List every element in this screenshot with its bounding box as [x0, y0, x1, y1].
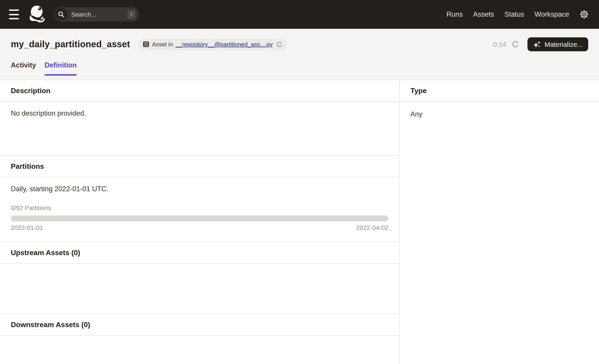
reload-location-icon[interactable]	[276, 41, 282, 47]
asset-chip-prefix: Asset in	[152, 41, 173, 48]
downstream-heading-label: Downstream Assets (0)	[11, 321, 90, 329]
type-value: Any	[410, 110, 588, 118]
nav-link-status[interactable]: Status	[504, 10, 524, 18]
description-section-heading: Description	[0, 80, 399, 102]
upstream-assets-body	[0, 264, 399, 314]
top-navbar: Search... / Runs Assets Status Workspace	[0, 0, 599, 29]
tab-activity[interactable]: Activity	[11, 61, 36, 76]
search-placeholder: Search...	[71, 11, 96, 18]
search-shortcut-badge: /	[127, 10, 135, 19]
partition-range-end: 2022-04-02	[356, 224, 388, 231]
repository-icon	[143, 41, 150, 48]
partition-range-row: 2022-01-01 2022-04-02	[11, 224, 388, 231]
hamburger-menu-button[interactable]	[9, 9, 21, 19]
tab-bar: Activity Definition	[11, 60, 588, 76]
type-section-heading: Type	[400, 80, 599, 102]
settings-gear-icon[interactable]	[579, 9, 589, 19]
upstream-heading-label: Upstream Assets (0)	[11, 249, 80, 257]
type-heading-label: Type	[410, 87, 427, 95]
description-section-body: No description provided.	[0, 102, 399, 156]
refresh-icon[interactable]	[512, 41, 519, 48]
description-heading-label: Description	[11, 87, 50, 95]
materialize-button-label: Materialize...	[545, 41, 583, 48]
page-header-title-row: my_daily_partitioned_asset Asset in	[11, 29, 588, 60]
page-header: my_daily_partitioned_asset Asset in	[0, 29, 599, 80]
nav-link-assets[interactable]: Assets	[473, 10, 494, 18]
partition-range-start: 2022-01-01	[11, 224, 43, 231]
type-side-column: Type Any	[400, 80, 599, 364]
materialize-button[interactable]: Materialize...	[528, 37, 588, 51]
upstream-assets-heading: Upstream Assets (0)	[0, 242, 399, 264]
partitions-section-body: Daily, starting 2022-01-01 UTC. 0/92 Par…	[0, 177, 399, 242]
asset-location-chip[interactable]: Asset in __repository__@partitioned_ass.…	[139, 38, 286, 50]
downstream-assets-body	[0, 336, 399, 364]
downstream-assets-heading: Downstream Assets (0)	[0, 314, 399, 336]
partition-progress-bar	[11, 216, 388, 221]
primary-nav: Runs Assets Status Workspace	[446, 10, 569, 18]
page-header-actions: 0:14 Materialize...	[493, 37, 588, 51]
sparkle-icon	[533, 40, 541, 48]
tab-definition[interactable]: Definition	[44, 61, 77, 76]
nav-link-runs[interactable]: Runs	[446, 10, 463, 18]
type-section-body: Any	[400, 102, 599, 126]
partition-progress-label: 0/92 Partitions	[11, 204, 388, 211]
dagster-logo-icon[interactable]	[28, 4, 47, 25]
partitions-summary-text: Daily, starting 2022-01-01 UTC.	[11, 185, 388, 193]
dagster-app: Search... / Runs Assets Status Workspace	[0, 0, 599, 364]
search-input[interactable]: Search... /	[54, 7, 139, 22]
page-title: my_daily_partitioned_asset	[11, 39, 130, 50]
nav-link-workspace[interactable]: Workspace	[535, 10, 570, 18]
code-location-link[interactable]: __repository__@partitioned_ass....py	[176, 41, 273, 48]
refresh-countdown: 0:14	[493, 41, 506, 48]
partitions-heading-label: Partitions	[11, 162, 44, 170]
description-text: No description provided.	[11, 109, 388, 117]
definition-content: Description No description provided. Par…	[0, 80, 599, 364]
partitions-section-heading: Partitions	[0, 156, 399, 177]
definition-main-column: Description No description provided. Par…	[0, 80, 400, 364]
search-icon	[55, 8, 68, 21]
